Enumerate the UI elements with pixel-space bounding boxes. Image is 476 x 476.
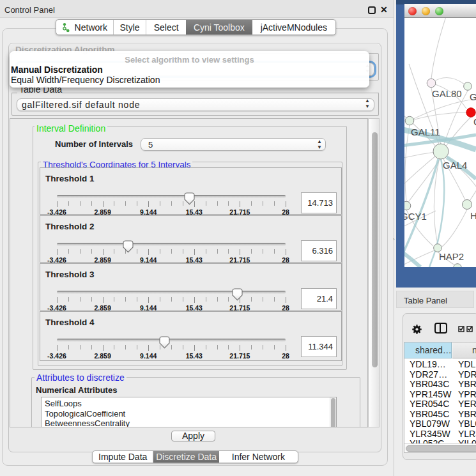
svg-text:H: H (470, 210, 476, 221)
svg-text:GAL4: GAL4 (443, 160, 467, 171)
svg-text:GAL80: GAL80 (432, 88, 462, 99)
svg-text:G: G (470, 91, 476, 102)
svg-text:GCY1: GCY1 (404, 211, 427, 222)
svg-text:HAP2: HAP2 (439, 251, 464, 262)
svg-text:GAL11: GAL11 (411, 127, 440, 137)
svg-text:C: C (473, 116, 476, 127)
